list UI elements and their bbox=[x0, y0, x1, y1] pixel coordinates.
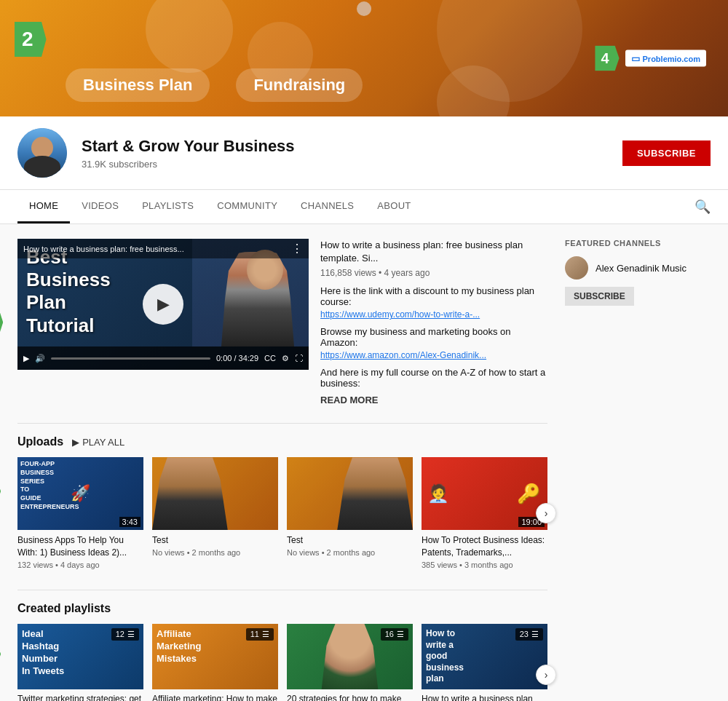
playlists-title: Created playlists bbox=[17, 602, 547, 615]
playlist-count-4: 23☰ bbox=[515, 628, 543, 641]
playlists-section: Created playlists 3 IdealHashtagNumberIn… bbox=[17, 602, 547, 701]
arrow-2-icon: 2 bbox=[15, 22, 47, 57]
playlist-thumb-1: IdealHashtagNumberIn Tweets 12☰ bbox=[17, 624, 143, 689]
settings-icon[interactable]: ⚙ bbox=[282, 354, 289, 363]
upload-title-3: Test bbox=[287, 534, 413, 547]
annotation-arrow-1-icon: 1 bbox=[0, 309, 3, 336]
progress-bar[interactable] bbox=[51, 357, 210, 360]
upload-title-2: Test bbox=[152, 534, 278, 547]
annotation-arrow-3-playlists-icon: 3 bbox=[0, 642, 1, 666]
tab-videos[interactable]: VIDEOS bbox=[70, 190, 130, 223]
upload-title-4: How To Protect Business Ideas: Patents, … bbox=[422, 534, 547, 559]
playlist-title-3: 20 strategies for how to make money onli… bbox=[287, 694, 413, 701]
playlists-next-btn[interactable]: › bbox=[536, 665, 556, 685]
upload-card-1[interactable]: FOUR-APPBUSINESSSERIESTOGUIDEENTREPRENEU… bbox=[17, 457, 143, 569]
featured-channels-title: FEATURED CHANNELS bbox=[565, 239, 711, 247]
video-controls: ▶ 🔊 0:00 / 34:29 CC ⚙ ⛶ bbox=[17, 346, 309, 370]
playlist-card-4[interactable]: How towrite agoodbusinessplan 23☰ How to… bbox=[422, 624, 547, 701]
uploads-title: Uploads ▶ PLAY ALL bbox=[17, 435, 547, 448]
read-more-btn[interactable]: READ MORE bbox=[320, 395, 547, 405]
playlist-card-3[interactable]: 16☰ 20 strategies for how to make money … bbox=[287, 624, 413, 701]
uploads-next-btn[interactable]: › bbox=[536, 503, 556, 523]
upload-meta-3: No views • 2 months ago bbox=[287, 548, 413, 557]
annotation-arrow-4: 4 ▭ Problemio.com bbox=[595, 46, 706, 71]
person-icon: 🧑‍💼 bbox=[427, 483, 449, 504]
video-desc1: Here is the link with a discount to my b… bbox=[320, 285, 547, 307]
tab-playlists[interactable]: PLAYLISTS bbox=[130, 190, 205, 223]
problemio-logo: ▭ Problemio.com bbox=[625, 50, 706, 67]
annotation-arrow-2: 2 bbox=[15, 22, 47, 57]
upload-card-3[interactable]: Test No views • 2 months ago bbox=[287, 457, 413, 569]
video-meta-title: How to write a business plan: free busin… bbox=[320, 239, 547, 265]
playlist-title-1: Twitter marketing strategies: get more f… bbox=[17, 694, 143, 701]
featured-video-section: 1 Best Business Plan Tutorial bbox=[17, 239, 547, 405]
cc-icon[interactable]: CC bbox=[264, 354, 276, 363]
right-sidebar: FEATURED CHANNELS Alex Genadinik Music S… bbox=[565, 239, 711, 701]
video-more-icon[interactable]: ⋮ bbox=[291, 242, 303, 256]
tab-home[interactable]: HOME bbox=[17, 190, 70, 223]
video-top-title: How to write a business plan: free busin… bbox=[23, 245, 184, 253]
tab-channels[interactable]: CHANNELS bbox=[289, 190, 365, 223]
play-button[interactable]: ▶ bbox=[143, 284, 183, 325]
banner: 2 Business Plan Fundraising 4 ▭ Problemi… bbox=[0, 0, 728, 116]
featured-video-meta: How to write a business plan: free busin… bbox=[320, 239, 547, 405]
upload-meta-2: No views • 2 months ago bbox=[152, 548, 278, 557]
play-all-icon: ▶ bbox=[72, 437, 79, 448]
upload-meta-1: 132 views • 4 days ago bbox=[17, 561, 143, 569]
key-icon: 🔑 bbox=[517, 483, 540, 505]
video-link2[interactable]: https://www.amazon.com/Alex-Genadinik... bbox=[320, 350, 486, 360]
upload-card-4[interactable]: 🔑 🧑‍💼 19:00 How To Protect Business Idea… bbox=[422, 457, 547, 569]
tab-about[interactable]: ABOUT bbox=[365, 190, 422, 223]
upload-title-1: Business Apps To Help You With: 1) Busin… bbox=[17, 534, 143, 559]
playlist-count-2: 11☰ bbox=[246, 628, 274, 641]
playlist-card-2[interactable]: AffiliateMarketingMistakes 11☰ Affiliate… bbox=[152, 624, 278, 701]
featured-channel-avatar bbox=[565, 256, 588, 280]
banner-label-business-plan: Business Plan bbox=[66, 68, 210, 102]
upload-thumb-4: 🔑 🧑‍💼 19:00 bbox=[422, 457, 547, 530]
playlist-title-4: How to write a business plan bbox=[422, 694, 547, 701]
playlist-count-3: 16☰ bbox=[381, 628, 408, 641]
video-link1[interactable]: https://www.udemy.com/how-to-write-a-... bbox=[320, 309, 480, 320]
subscribe-button-main[interactable]: SUBSCRIBE bbox=[622, 140, 711, 166]
playlist-thumb-4: How towrite agoodbusinessplan 23☰ bbox=[422, 624, 547, 689]
channel-avatar bbox=[17, 128, 67, 178]
video-duration-badge-1: 3:43 bbox=[119, 517, 141, 527]
channel-subscribers: 31.9K subscribers bbox=[82, 159, 608, 170]
playlist-thumb-2: AffiliateMarketingMistakes 11☰ bbox=[152, 624, 278, 689]
channel-header: Start & Grow Your Business 31.9K subscri… bbox=[0, 116, 728, 190]
video-title-overlay: Best Business Plan Tutorial bbox=[26, 246, 111, 337]
featured-channel-subscribe-btn[interactable]: SUBSCRIBE bbox=[565, 287, 634, 306]
video-desc3: And here is my full course on the A-Z of… bbox=[320, 367, 547, 389]
playlists-grid-wrapper: 3 IdealHashtagNumberIn Tweets 12☰ bbox=[17, 624, 547, 701]
uploads-section: Uploads ▶ PLAY ALL 3 FOUR-APPBUSIN bbox=[17, 435, 547, 569]
featured-channel-item: Alex Genadinik Music bbox=[565, 256, 711, 280]
video-duration: 0:00 / 34:29 bbox=[216, 354, 258, 363]
uploads-grid-wrapper: 3 FOUR-APPBUSINESSSERIESTOGUIDEENTREPREN… bbox=[17, 457, 547, 569]
upload-thumb-2 bbox=[152, 457, 278, 530]
annotation-arrow-3-uploads-icon: 3 bbox=[0, 479, 1, 503]
video-desc2: Browse my business and marketing books o… bbox=[320, 326, 547, 348]
featured-video-thumbnail[interactable]: Best Business Plan Tutorial ▶ How to wri… bbox=[17, 239, 309, 370]
content-left: 1 Best Business Plan Tutorial bbox=[17, 239, 547, 701]
playlist-card-1[interactable]: IdealHashtagNumberIn Tweets 12☰ Twitter … bbox=[17, 624, 143, 701]
play-icon-control[interactable]: ▶ bbox=[23, 354, 29, 363]
playlist-title-2: Affiliate marketing: How to make money w… bbox=[152, 694, 278, 701]
upload-thumb-3 bbox=[287, 457, 413, 530]
volume-icon[interactable]: 🔊 bbox=[35, 354, 45, 363]
main-content: 1 Best Business Plan Tutorial bbox=[0, 224, 728, 701]
upload-card-2[interactable]: Test No views • 2 months ago bbox=[152, 457, 278, 569]
tab-community[interactable]: COMMUNITY bbox=[205, 190, 289, 223]
upload-thumb-1: FOUR-APPBUSINESSSERIESTOGUIDEENTREPRENEU… bbox=[17, 457, 143, 530]
channel-info: Start & Grow Your Business 31.9K subscri… bbox=[82, 137, 608, 170]
video-views-age: 116,858 views • 4 years ago bbox=[320, 268, 547, 278]
search-icon[interactable]: 🔍 bbox=[695, 199, 711, 215]
featured-channel-name: Alex Genadinik Music bbox=[596, 263, 687, 274]
uploads-grid: FOUR-APPBUSINESSSERIESTOGUIDEENTREPRENEU… bbox=[17, 457, 547, 569]
playlist-thumb-text-2: AffiliateMarketingMistakes bbox=[157, 628, 201, 665]
playlist-count-1: 12☰ bbox=[111, 628, 139, 641]
banner-label-fundraising: Fundraising bbox=[236, 68, 363, 102]
fullscreen-icon[interactable]: ⛶ bbox=[295, 354, 303, 363]
channel-name: Start & Grow Your Business bbox=[82, 137, 608, 156]
arrow-4-icon: 4 bbox=[595, 46, 619, 71]
play-all-btn[interactable]: ▶ PLAY ALL bbox=[72, 437, 124, 448]
